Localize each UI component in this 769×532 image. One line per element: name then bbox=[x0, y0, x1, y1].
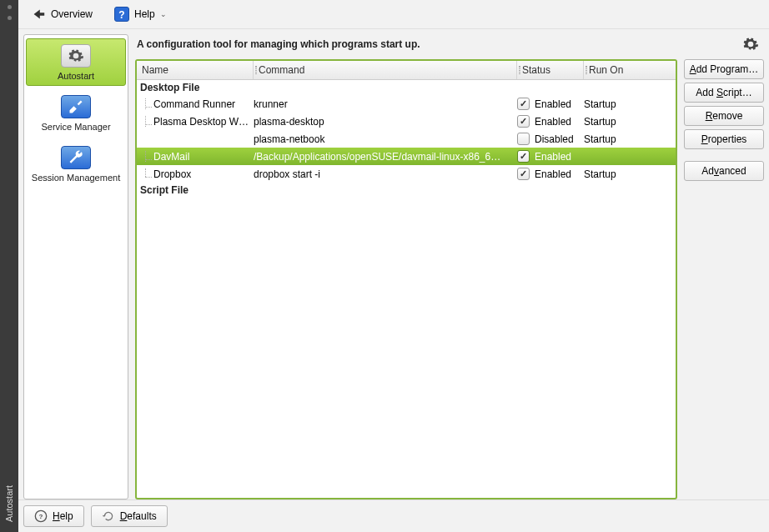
gear-icon bbox=[61, 44, 91, 68]
wrench-icon bbox=[61, 146, 91, 169]
enabled-checkbox[interactable] bbox=[517, 133, 530, 145]
cell-status: Enabled bbox=[517, 98, 584, 110]
cell-status: Enabled bbox=[517, 168, 584, 180]
group-script-file[interactable]: Script File bbox=[137, 183, 676, 198]
cell-status: Enabled bbox=[517, 115, 584, 128]
cell-command: krunner bbox=[254, 98, 517, 110]
cell-command: plasma-netbook bbox=[254, 133, 517, 145]
table-row[interactable]: plasma-netbookDisabledStartup bbox=[137, 130, 676, 148]
cell-name: Plasma Desktop W… bbox=[137, 116, 254, 128]
sidebar-item-autostart[interactable]: Autostart bbox=[26, 38, 126, 86]
column-header-runon[interactable]: Run On bbox=[584, 61, 676, 79]
cell-status: Disabled bbox=[517, 133, 584, 145]
svg-text:?: ? bbox=[39, 513, 43, 520]
sidebar-item-label: Service Manager bbox=[41, 122, 110, 133]
advanced-button[interactable]: Advanced bbox=[684, 161, 764, 181]
group-desktop-file[interactable]: Desktop File bbox=[137, 80, 676, 95]
table-header: Name Command Status Run On bbox=[137, 61, 676, 80]
table-row[interactable]: Dropboxdropbox start -iEnabledStartup bbox=[137, 165, 676, 183]
cell-runon[interactable]: Startup bbox=[584, 168, 676, 180]
enabled-checkbox[interactable] bbox=[517, 98, 530, 110]
column-header-command[interactable]: Command bbox=[254, 61, 517, 79]
enabled-checkbox[interactable] bbox=[517, 168, 530, 180]
table-row[interactable]: Command RunnerkrunnerEnabledStartup bbox=[137, 95, 676, 113]
sidebar-item-label: Session Management bbox=[32, 173, 120, 183]
page-title: A configuration tool for managing which … bbox=[137, 38, 420, 50]
cell-runon[interactable]: Startup bbox=[584, 133, 676, 145]
action-buttons: Add Program… Add Script… Remove Properti… bbox=[684, 59, 764, 499]
cell-command: dropbox start -i bbox=[254, 168, 517, 180]
side-strip-label: Autostart bbox=[4, 485, 14, 522]
sidebar-item-session-management[interactable]: Session Management bbox=[26, 140, 126, 188]
cell-status: Enabled bbox=[517, 150, 584, 163]
column-header-name[interactable]: Name bbox=[137, 61, 254, 79]
table-row[interactable]: DavMail/Backup/Applications/openSUSE/dav… bbox=[137, 148, 676, 165]
dot-icon bbox=[8, 5, 12, 9]
help-label: Help bbox=[134, 8, 155, 20]
enabled-checkbox[interactable] bbox=[517, 115, 530, 128]
cell-command: /Backup/Applications/openSUSE/davmail-li… bbox=[254, 151, 517, 163]
defaults-button[interactable]: Defaults bbox=[91, 505, 168, 527]
dot-icon bbox=[8, 16, 12, 20]
help-icon: ? bbox=[114, 7, 129, 22]
chevron-down-icon: ⌄ bbox=[160, 10, 167, 18]
cell-runon[interactable]: Startup bbox=[584, 116, 676, 128]
window-side-strip: Autostart bbox=[0, 0, 18, 532]
tools-icon bbox=[61, 95, 91, 118]
footer: ? Help Defaults bbox=[18, 499, 769, 532]
table-body: Desktop File Command RunnerkrunnerEnable… bbox=[137, 80, 676, 498]
help-button[interactable]: ? Help bbox=[23, 505, 84, 527]
table-row[interactable]: Plasma Desktop W…plasma-desktopEnabledSt… bbox=[137, 113, 676, 130]
cell-name: Dropbox bbox=[137, 168, 254, 180]
back-arrow-icon bbox=[31, 7, 46, 22]
sidebar-item-label: Autostart bbox=[58, 71, 94, 82]
properties-button[interactable]: Properties bbox=[684, 129, 764, 149]
help-menu-button[interactable]: ? Help ⌄ bbox=[107, 3, 174, 25]
cell-name: Command Runner bbox=[137, 98, 254, 110]
settings-gear-button[interactable] bbox=[742, 36, 759, 53]
remove-button[interactable]: Remove bbox=[684, 106, 764, 126]
cell-command: plasma-desktop bbox=[254, 116, 517, 128]
column-header-status[interactable]: Status bbox=[517, 61, 584, 79]
overview-label: Overview bbox=[51, 8, 93, 20]
cell-runon[interactable]: Startup bbox=[584, 98, 676, 110]
toolbar: Overview ? Help ⌄ bbox=[18, 0, 769, 29]
overview-button[interactable]: Overview bbox=[23, 3, 100, 25]
window: Overview ? Help ⌄ Autostart bbox=[18, 0, 769, 532]
cell-name: DavMail bbox=[137, 151, 254, 163]
add-program-button[interactable]: Add Program… bbox=[684, 59, 764, 79]
autostart-table[interactable]: Name Command Status Run On Desktop File … bbox=[135, 59, 677, 499]
help-icon: ? bbox=[34, 509, 48, 523]
reset-icon bbox=[102, 509, 115, 523]
enabled-checkbox[interactable] bbox=[517, 150, 530, 163]
sidebar-item-service-manager[interactable]: Service Manager bbox=[26, 89, 126, 137]
category-sidebar: Autostart Service Manager Session Manage… bbox=[23, 34, 128, 499]
add-script-button[interactable]: Add Script… bbox=[684, 83, 764, 103]
